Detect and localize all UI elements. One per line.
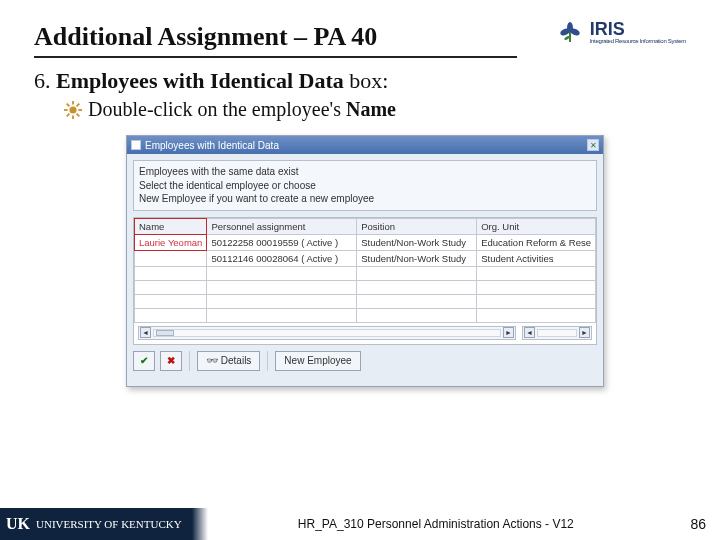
- info-box: Employees with the same data exist Selec…: [133, 160, 597, 211]
- iris-logo-text: IRIS: [590, 20, 686, 38]
- employee-table: Name Personnel assignment Position Org. …: [133, 217, 597, 345]
- horizontal-scrollbars[interactable]: ◄ ► ◄ ►: [138, 326, 592, 340]
- sunburst-icon: [64, 101, 82, 119]
- iris-logo-subtext: Integrated Resource Information System: [590, 38, 686, 44]
- footer: UK UNIVERSITY OF KENTUCKY HR_PA_310 Pers…: [0, 508, 720, 540]
- divider: [267, 351, 268, 371]
- scroll-right-icon[interactable]: ►: [579, 327, 590, 338]
- titlebar: Employees with Identical Data ✕: [127, 136, 603, 154]
- step-number: 6.: [34, 68, 51, 93]
- page-number: 86: [680, 516, 720, 532]
- scroll-left-icon[interactable]: ◄: [140, 327, 151, 338]
- details-button[interactable]: 👓 Details: [197, 351, 260, 371]
- new-employee-button[interactable]: New Employee: [275, 351, 360, 371]
- scroll-left-icon[interactable]: ◄: [524, 327, 535, 338]
- window-icon: [131, 140, 141, 150]
- close-button[interactable]: ✕: [587, 139, 599, 151]
- svg-line-11: [77, 103, 80, 106]
- step-bold: Employees with Identical Data: [56, 68, 344, 93]
- col-org[interactable]: Org. Unit: [477, 218, 596, 234]
- col-name[interactable]: Name: [135, 218, 207, 234]
- iris-logo: IRIS Integrated Resource Information Sys…: [556, 18, 686, 46]
- sap-dialog: Employees with Identical Data ✕ Employee…: [126, 135, 604, 387]
- table-row[interactable]: 50112146 00028064 ( Active ) Student/Non…: [135, 250, 596, 266]
- info-line-3: New Employee if you want to create a new…: [139, 192, 591, 206]
- iris-flower-icon: [556, 18, 584, 46]
- scroll-right-icon[interactable]: ►: [503, 327, 514, 338]
- col-position[interactable]: Position: [357, 218, 477, 234]
- step-suffix: box:: [344, 68, 389, 93]
- close-icon: ✖: [167, 355, 175, 366]
- col-assignment[interactable]: Personnel assignment: [207, 218, 357, 234]
- table-row[interactable]: Laurie Yeoman 50122258 00019559 ( Active…: [135, 234, 596, 250]
- svg-line-10: [77, 113, 80, 116]
- info-line-1: Employees with the same data exist: [139, 165, 591, 179]
- bullet-prefix: Double-click on the employee's: [88, 98, 346, 120]
- info-line-2: Select the identical employee or choose: [139, 179, 591, 193]
- glasses-icon: 👓: [206, 355, 218, 366]
- bullet-line: Double-click on the employee's Name: [0, 94, 720, 121]
- svg-line-9: [67, 103, 70, 106]
- confirm-button[interactable]: ✔: [133, 351, 155, 371]
- svg-line-12: [67, 113, 70, 116]
- step-line: 6. Employees with Identical Data box:: [0, 58, 720, 94]
- divider: [189, 351, 190, 371]
- bullet-bold: Name: [346, 98, 396, 120]
- uk-logo: UK UNIVERSITY OF KENTUCKY: [0, 508, 192, 540]
- cancel-button[interactable]: ✖: [160, 351, 182, 371]
- check-icon: ✔: [140, 355, 148, 366]
- footer-center-text: HR_PA_310 Personnel Administration Actio…: [192, 517, 680, 531]
- svg-point-4: [69, 106, 76, 113]
- uk-mark-icon: UK: [6, 515, 30, 533]
- slide-title: Additional Assignment – PA 40: [34, 22, 517, 58]
- window-title: Employees with Identical Data: [145, 140, 279, 151]
- scroll-thumb[interactable]: [156, 330, 174, 336]
- uk-text: UNIVERSITY OF KENTUCKY: [36, 518, 182, 530]
